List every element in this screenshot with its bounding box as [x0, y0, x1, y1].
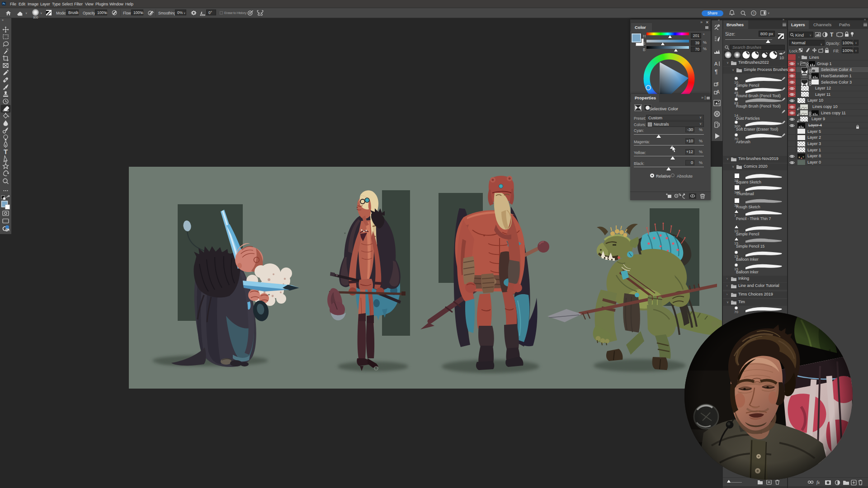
svg-text:¶: ¶	[717, 81, 719, 86]
svg-text:fx: fx	[816, 480, 820, 485]
svg-text:?: ?	[753, 11, 755, 15]
svg-text:A: A	[717, 89, 720, 94]
svg-text:T: T	[830, 32, 834, 38]
svg-text:¶: ¶	[715, 69, 717, 75]
svg-text:A: A	[714, 61, 718, 66]
svg-text:T: T	[4, 148, 8, 155]
